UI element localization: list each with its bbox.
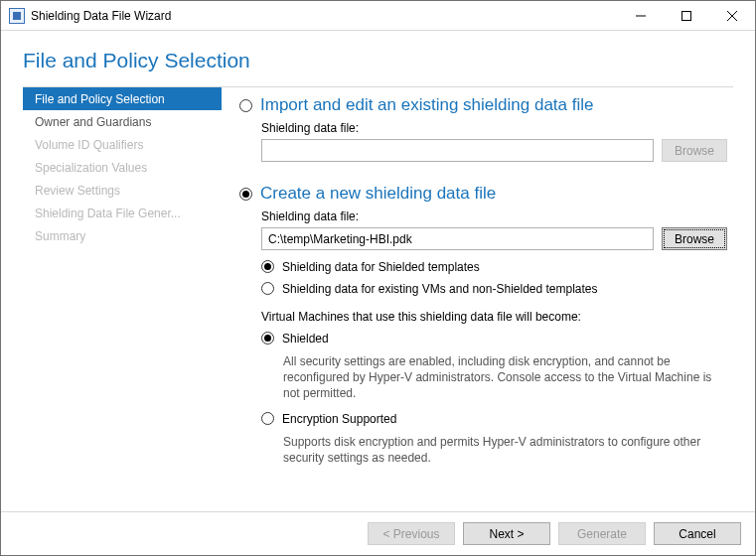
sidebar-item-review: Review Settings [23,179,222,202]
previous-button: < Previous [368,522,455,545]
template-nonshielded-label: Shielding data for existing VMs and non-… [282,282,598,296]
vm-shielded-label: Shielded [282,332,329,346]
vm-encryption-desc: Supports disk encryption and permits Hyp… [283,434,727,466]
radio-create[interactable] [239,188,252,201]
app-icon [9,8,25,24]
sidebar-item-owner-guardians[interactable]: Owner and Guardians [23,110,222,133]
minimize-button[interactable] [618,1,664,31]
create-field-row: Browse [261,227,727,250]
sidebar-item-label: Shielding Data File Gener... [35,207,181,220]
create-browse-button[interactable]: Browse [662,227,727,250]
titlebar: Shielding Data File Wizard [1,1,755,31]
vm-intro-text: Virtual Machines that use this shielding… [261,310,727,324]
sidebar-item-generation: Shielding Data File Gener... [23,202,222,224]
sidebar-item-label: Specialization Values [35,161,147,175]
import-browse-button: Browse [662,139,727,162]
radio-template-shielded[interactable] [261,260,274,273]
radio-template-nonshielded[interactable] [261,282,274,295]
import-path-input[interactable] [261,139,654,162]
wizard-body: File and Policy Selection File and Polic… [1,31,755,511]
svg-rect-1 [682,11,691,20]
page-title: File and Policy Selection [23,49,733,72]
main-panel: Import and edit an existing shielding da… [222,86,733,511]
next-button[interactable]: Next > [463,522,550,545]
wizard-footer: < Previous Next > Generate Cancel [1,511,755,555]
sidebar-item-file-policy[interactable]: File and Policy Selection [23,87,222,110]
sidebar-item-label: Owner and Guardians [35,115,151,129]
sidebar-item-label: Summary [35,229,85,243]
sidebar-item-label: Volume ID Qualifiers [35,138,143,152]
create-path-input[interactable] [261,227,654,250]
vm-shielded-row: Shielded [261,332,727,346]
sidebar-item-volume-id: Volume ID Qualifiers [23,133,222,156]
vm-shielded-desc: All security settings are enabled, inclu… [283,353,727,402]
close-button[interactable] [709,1,755,31]
vm-encryption-label: Encryption Supported [282,412,396,426]
template-shielded-label: Shielding data for Shielded templates [282,260,480,274]
radio-vm-shielded[interactable] [261,332,274,345]
radio-vm-encryption[interactable] [261,412,274,425]
import-field-row: Browse [261,139,727,162]
cancel-button[interactable]: Cancel [654,522,741,545]
step-sidebar: File and Policy Selection Owner and Guar… [23,86,222,511]
wizard-window: Shielding Data File Wizard File and Poli… [0,0,756,556]
option-create-row: Create a new shielding data file [239,184,727,204]
option-create-label: Create a new shielding data file [260,184,496,204]
content-row: File and Policy Selection Owner and Guar… [23,86,733,511]
window-title: Shielding Data File Wizard [31,9,171,23]
template-nonshielded-row: Shielding data for existing VMs and non-… [261,282,727,296]
create-field-label: Shielding data file: [261,209,727,223]
option-import-label: Import and edit an existing shielding da… [260,95,593,115]
template-shielded-row: Shielding data for Shielded templates [261,260,727,274]
option-import-row: Import and edit an existing shielding da… [239,95,727,115]
radio-import[interactable] [239,99,252,112]
maximize-button[interactable] [664,1,709,31]
vm-encryption-row: Encryption Supported [261,412,727,426]
sidebar-item-label: File and Policy Selection [35,92,165,106]
sidebar-item-summary: Summary [23,224,222,247]
sidebar-item-specialization: Specialization Values [23,156,222,179]
generate-button: Generate [558,522,646,545]
sidebar-item-label: Review Settings [35,184,120,198]
import-field-label: Shielding data file: [261,121,727,135]
